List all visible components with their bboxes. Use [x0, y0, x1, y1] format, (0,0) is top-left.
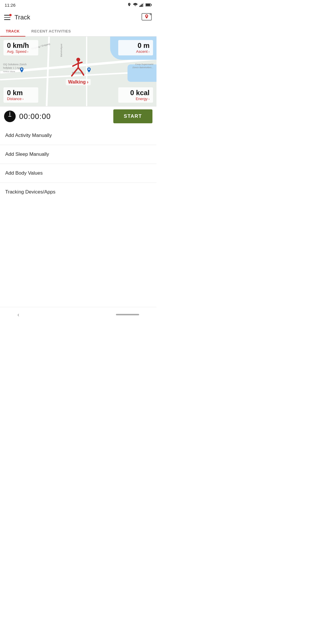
svg-rect-6 [146, 4, 150, 6]
add-activity-manually-item[interactable]: Add Activity Manually [0, 126, 156, 145]
back-button[interactable]: ‹ [17, 311, 19, 318]
map-icon-button[interactable] [141, 11, 152, 24]
app-bar-left: Track [4, 14, 30, 21]
status-bar: 11:26 [0, 0, 156, 9]
tracking-devices-item[interactable]: Tracking Devices/Apps [0, 183, 156, 201]
home-indicator[interactable] [116, 314, 139, 315]
svg-line-15 [74, 68, 78, 72]
energy-arrow: › [148, 97, 150, 101]
svg-line-17 [78, 68, 81, 71]
svg-rect-0 [139, 6, 140, 7]
bottom-nav-bar: ‹ [0, 307, 156, 322]
speed-arrow: › [27, 50, 28, 53]
timer-value: 00:00:00 [19, 112, 51, 121]
walking-label[interactable]: Walking › [66, 79, 91, 85]
speed-label[interactable]: Avg. Speed › [7, 49, 35, 54]
energy-label[interactable]: Energy › [122, 97, 150, 101]
ascent-arrow: › [148, 50, 150, 53]
timer-clock-icon [4, 111, 16, 122]
activity-type-text: Walking [68, 79, 86, 85]
svg-rect-5 [151, 4, 152, 6]
app-title: Track [14, 14, 30, 21]
notification-dot [9, 14, 12, 16]
add-sleep-manually-item[interactable]: Add Sleep Manually [0, 145, 156, 164]
distance-value: 0 km [7, 89, 35, 97]
svg-rect-1 [141, 5, 141, 7]
stat-row-top: 0 km/h Avg. Speed › 0 m Ascent › [0, 40, 156, 55]
tab-track[interactable]: TRACK [0, 26, 26, 36]
location-icon [127, 2, 131, 8]
app-bar: Track [0, 9, 156, 26]
timer-clock-dot [9, 111, 10, 113]
timer-left: 00:00:00 [4, 111, 51, 122]
svg-rect-2 [142, 4, 143, 7]
svg-line-13 [73, 64, 78, 66]
stat-overlay: 0 km/h Avg. Speed › 0 m Ascent › [0, 37, 156, 106]
track-area: OQ Solutions Zürichhofplatz 1 | Apple...… [0, 37, 156, 106]
energy-value: 0 kcal [122, 89, 150, 97]
energy-stat: 0 kcal Energy › [118, 87, 153, 103]
ascent-label[interactable]: Ascent › [122, 49, 150, 54]
distance-arrow: › [23, 97, 24, 101]
menu-list: Add Activity Manually Add Sleep Manually… [0, 126, 156, 201]
menu-button[interactable] [4, 15, 10, 20]
signal-icon [139, 3, 144, 7]
status-icons [127, 2, 152, 8]
activity-arrow: › [87, 79, 88, 85]
ascent-stat: 0 m Ascent › [118, 40, 153, 55]
activity-type-selector[interactable]: Walking › [66, 57, 91, 85]
distance-label[interactable]: Distance › [7, 97, 35, 101]
battery-icon [145, 3, 152, 7]
status-time: 11:26 [5, 3, 16, 8]
stat-row-bottom: 0 km Distance › 0 kcal Energy › [0, 87, 156, 103]
speed-stat: 0 km/h Avg. Speed › [3, 40, 38, 55]
svg-rect-3 [143, 3, 144, 7]
svg-point-8 [146, 15, 148, 17]
distance-stat: 0 km Distance › [3, 87, 38, 103]
tab-recent-activities[interactable]: RECENT ACTIVITIES [26, 26, 77, 36]
walking-figure [70, 57, 87, 79]
timer-row: 00:00:00 START [0, 106, 156, 126]
svg-line-16 [72, 72, 74, 76]
ascent-value: 0 m [122, 42, 150, 49]
wifi-icon [133, 3, 138, 7]
speed-value: 0 km/h [7, 42, 35, 49]
start-button[interactable]: START [113, 109, 152, 123]
add-body-values-item[interactable]: Add Body Values [0, 164, 156, 183]
svg-line-18 [81, 72, 83, 75]
tabs: TRACK RECENT ACTIVITIES [0, 26, 156, 37]
